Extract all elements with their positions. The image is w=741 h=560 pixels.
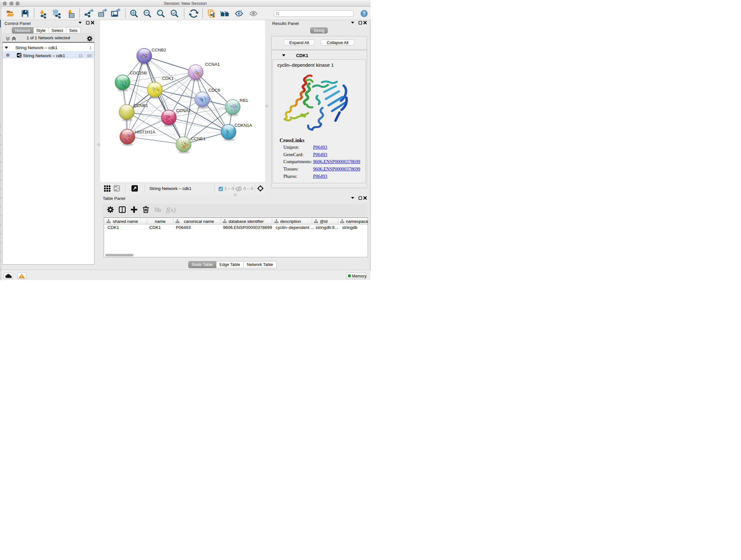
svg-text:f(x): f(x) [166, 206, 176, 213]
svg-text:?: ? [362, 11, 366, 16]
